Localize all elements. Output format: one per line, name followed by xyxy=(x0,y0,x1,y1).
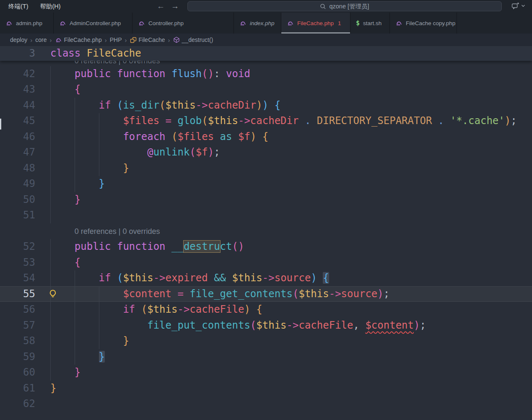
editor-pane[interactable]: 0 references | 0 overrides42 public func… xyxy=(0,46,532,420)
code-line-56[interactable]: 56 if ($this->cacheFile) { xyxy=(0,302,532,318)
back-arrow-icon[interactable]: ← xyxy=(157,0,165,13)
code-text: if ($this->expired && $this->source) { xyxy=(50,270,329,286)
tab-bar: admin.phpAdminController.phpController.p… xyxy=(0,13,532,34)
vscode-window: 终端(T)帮助(H) ← → qzone [管理员] admin.phpAdmi… xyxy=(0,0,532,420)
line-number[interactable]: 55 xyxy=(0,286,35,302)
code-line-48[interactable]: 48 } xyxy=(0,161,532,176)
code-line-42[interactable]: 42 public function flush(): void xyxy=(0,66,532,82)
code-line-44[interactable]: 44 if (is_dir($this->cacheDir)) { xyxy=(0,98,532,114)
tab-filecache-copy-php[interactable]: FileCache copy.php xyxy=(390,13,457,34)
php-icon xyxy=(55,37,62,43)
breadcrumb-item[interactable]: __destruct() xyxy=(173,36,213,43)
code-line-62[interactable]: 62 xyxy=(0,396,532,412)
line-number[interactable]: 59 xyxy=(0,349,35,365)
line-number[interactable]: 53 xyxy=(0,255,35,271)
line-number[interactable]: 51 xyxy=(0,207,35,223)
line-number[interactable]: 54 xyxy=(0,270,35,286)
code-line-46[interactable]: 46 foreach ($files as $f) { xyxy=(0,129,532,145)
code-text: foreach ($files as $f) { xyxy=(50,129,268,145)
shell-icon: $ xyxy=(356,19,360,27)
code-text: $content = file_get_contents($this->sour… xyxy=(50,286,389,302)
tab-filecache-php[interactable]: FileCache.php1 xyxy=(281,13,350,34)
sticky-scroll-header[interactable]: 3 class FileCache xyxy=(0,46,532,61)
breadcrumb-item[interactable]: PHP xyxy=(110,36,122,43)
copilot-chat-button[interactable] xyxy=(511,2,525,9)
line-number[interactable]: 57 xyxy=(0,318,35,334)
breadcrumb-label: PHP xyxy=(110,36,122,43)
code-line-59[interactable]: 59 } xyxy=(0,349,532,365)
forward-arrow-icon[interactable]: → xyxy=(171,0,179,13)
line-number[interactable]: 50 xyxy=(0,192,35,208)
code-line-43[interactable]: 43 { xyxy=(0,82,532,98)
code-line-45[interactable]: 45 $files = glob($this->cacheDir . DIREC… xyxy=(0,113,532,129)
code-text: } xyxy=(50,192,80,208)
tab-index-php[interactable]: index.php xyxy=(234,13,281,34)
line-number[interactable]: 44 xyxy=(0,98,35,114)
code-text: { xyxy=(50,82,80,98)
tab-start-sh[interactable]: $start.sh xyxy=(350,13,390,34)
tab-label: admin.php xyxy=(16,20,42,26)
php-icon xyxy=(5,20,13,26)
code-line-50[interactable]: 50 } xyxy=(0,192,532,208)
title-bar: 终端(T)帮助(H) ← → qzone [管理员] xyxy=(0,0,532,13)
breadcrumb-item[interactable]: FileCache xyxy=(130,36,165,43)
tab-label: Controller.php xyxy=(148,20,184,26)
code-text: { xyxy=(50,255,80,271)
code-line-52[interactable]: 52 public function __destruct() xyxy=(0,239,532,255)
breadcrumb: deploy›core›FileCache.php›PHP›FileCache›… xyxy=(0,34,532,46)
command-center-search[interactable]: qzone [管理员] xyxy=(187,1,502,11)
line-number[interactable]: 56 xyxy=(0,302,35,318)
line-number[interactable]: 48 xyxy=(0,161,35,176)
line-number[interactable]: 58 xyxy=(0,333,35,349)
line-number[interactable]: 42 xyxy=(0,66,35,82)
line-number[interactable]: 47 xyxy=(0,145,35,161)
php-icon xyxy=(59,20,66,26)
code-text: } xyxy=(50,365,80,381)
line-number[interactable]: 62 xyxy=(0,396,35,412)
error-squiggle: $content xyxy=(365,319,414,331)
code-line-55[interactable]: 55 $content = file_get_contents($this->s… xyxy=(0,286,532,302)
tab-label: start.sh xyxy=(363,20,381,26)
code-text: } xyxy=(50,349,105,365)
code-line-53[interactable]: 53 { xyxy=(0,255,532,271)
tab-admin-php[interactable]: admin.php xyxy=(0,13,54,34)
search-icon xyxy=(320,3,326,10)
line-number[interactable]: 45 xyxy=(0,113,35,129)
menu-item[interactable]: 终端(T) xyxy=(3,0,34,13)
breadcrumb-label: FileCache.php xyxy=(64,36,102,43)
breadcrumb-item[interactable]: core xyxy=(35,36,47,43)
php-icon xyxy=(239,20,247,26)
breadcrumb-item[interactable]: deploy xyxy=(10,36,27,43)
breadcrumb-item[interactable]: FileCache.php xyxy=(55,36,102,43)
line-number[interactable]: 49 xyxy=(0,176,35,192)
line-number[interactable]: 43 xyxy=(0,82,35,98)
tab-label: AdminController.php xyxy=(70,20,121,26)
code-text: file_put_contents($this->cacheFile, $con… xyxy=(50,318,426,334)
php-icon xyxy=(395,20,402,26)
code-line-57[interactable]: 57 file_put_contents($this->cacheFile, $… xyxy=(0,318,532,334)
tab-controller-php[interactable]: Controller.php xyxy=(132,13,234,34)
line-number[interactable]: 60 xyxy=(0,365,35,381)
code-line-60[interactable]: 60 } xyxy=(0,365,532,381)
codelens[interactable]: 0 references | 0 overrides xyxy=(75,227,160,236)
bracket-match-highlight: } xyxy=(99,351,105,363)
code-line-54[interactable]: 54 if ($this->expired && $this->source) … xyxy=(0,270,532,286)
breadcrumb-separator-icon: › xyxy=(30,36,32,44)
tab-admincontroller-php[interactable]: AdminController.php xyxy=(54,13,132,34)
problem-count-badge: 1 xyxy=(338,20,341,26)
code-text: public function flush(): void xyxy=(50,66,250,82)
code-line-58[interactable]: 58 } xyxy=(0,333,532,349)
menu-item[interactable]: 帮助(H) xyxy=(34,0,67,13)
code-text: if ($this->cacheFile) { xyxy=(50,302,262,318)
left-edge-marker xyxy=(0,119,1,130)
tab-label: FileCache.php xyxy=(297,20,334,26)
code-line-61[interactable]: 61} xyxy=(0,381,532,397)
code-line-47[interactable]: 47 @unlink($f); xyxy=(0,145,532,161)
code-text: } xyxy=(50,333,129,349)
code-line-49[interactable]: 49 } xyxy=(0,176,532,192)
chat-icon xyxy=(511,2,519,9)
line-number[interactable]: 52 xyxy=(0,239,35,255)
line-number[interactable]: 61 xyxy=(0,381,35,397)
code-line-51[interactable]: 51 xyxy=(0,207,532,223)
line-number[interactable]: 46 xyxy=(0,129,35,145)
